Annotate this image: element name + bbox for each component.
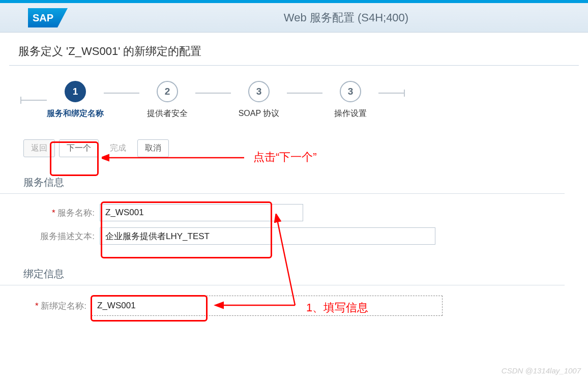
binding-name-input[interactable] [92, 296, 443, 316]
step-number: 1 [65, 81, 86, 102]
step-number: 3 [248, 81, 270, 102]
svg-text:SAP: SAP [33, 12, 53, 23]
service-name-label: * 服务名称: [23, 207, 100, 219]
back-button[interactable]: 返回 [23, 139, 55, 157]
service-desc-input[interactable] [100, 227, 435, 245]
roadmap-step-2[interactable]: 2 提供者安全 [139, 81, 195, 119]
row-service-name: * 服务名称: [0, 201, 588, 224]
step-number: 3 [340, 81, 361, 102]
roadmap-step-3[interactable]: 3 SOAP 协议 [231, 81, 287, 119]
header-title: Web 服务配置 (S4H;400) [28, 10, 573, 25]
step-number: 2 [157, 81, 178, 102]
watermark: CSDN @1314lay_1007 [502, 366, 581, 375]
section-binding-info-title: 绑定信息 [0, 257, 565, 285]
finish-button[interactable]: 完成 [103, 140, 133, 157]
row-binding-name: * 新绑定名称: [0, 293, 588, 319]
header-bar: SAP Web 服务配置 (S4H;400) [0, 3, 588, 33]
sap-logo: SAP [28, 8, 68, 30]
service-desc-label: 服务描述文本: [23, 230, 100, 242]
binding-name-label: * 新绑定名称: [23, 300, 92, 312]
section-service-info-title: 服务信息 [0, 165, 565, 194]
page-title: 服务定义 'Z_WS001' 的新绑定的配置 [9, 33, 579, 66]
step-label: 提供者安全 [147, 108, 188, 119]
row-service-desc: 服务描述文本: [0, 224, 588, 248]
step-label: 服务和绑定名称 [47, 108, 104, 119]
roadmap-step-1[interactable]: 1 服务和绑定名称 [47, 81, 104, 119]
roadmap-step-4[interactable]: 3 操作设置 [322, 81, 378, 119]
wizard-toolbar: 返回 下一个 完成 取消 [0, 129, 588, 162]
service-name-input[interactable] [100, 204, 303, 221]
wizard-roadmap: 1 服务和绑定名称 2 提供者安全 3 SOAP 协议 3 操作设置 [0, 66, 588, 129]
cancel-button[interactable]: 取消 [137, 139, 169, 157]
step-label: 操作设置 [334, 108, 367, 119]
step-label: SOAP 协议 [239, 108, 280, 119]
next-button[interactable]: 下一个 [59, 139, 99, 157]
